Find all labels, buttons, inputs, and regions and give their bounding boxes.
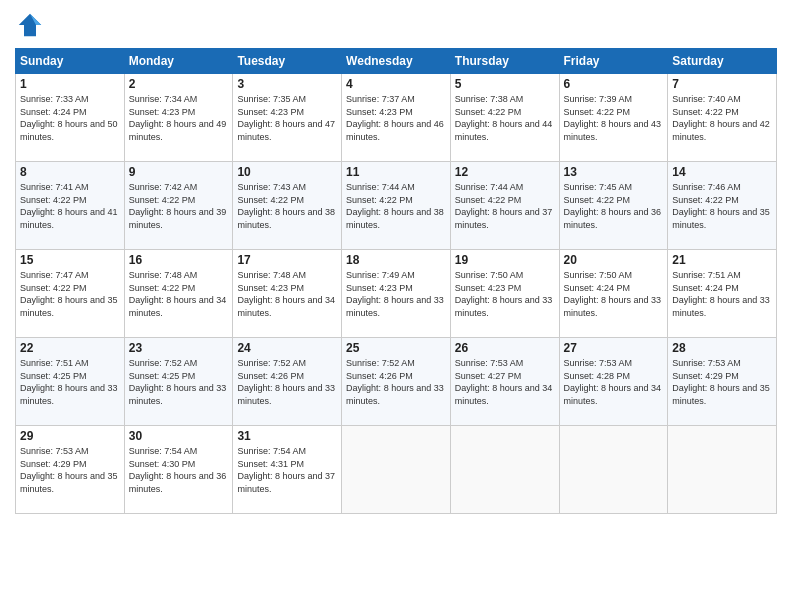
calendar-cell: 14 Sunrise: 7:46 AMSunset: 4:22 PMDaylig…	[668, 162, 777, 250]
calendar-cell: 7 Sunrise: 7:40 AMSunset: 4:22 PMDayligh…	[668, 74, 777, 162]
logo	[15, 10, 49, 40]
day-info: Sunrise: 7:48 AMSunset: 4:23 PMDaylight:…	[237, 270, 335, 318]
calendar-cell: 26 Sunrise: 7:53 AMSunset: 4:27 PMDaylig…	[450, 338, 559, 426]
calendar-cell: 19 Sunrise: 7:50 AMSunset: 4:23 PMDaylig…	[450, 250, 559, 338]
weekday-header-wednesday: Wednesday	[342, 49, 451, 74]
weekday-header-friday: Friday	[559, 49, 668, 74]
day-info: Sunrise: 7:33 AMSunset: 4:24 PMDaylight:…	[20, 94, 118, 142]
day-info: Sunrise: 7:44 AMSunset: 4:22 PMDaylight:…	[346, 182, 444, 230]
day-info: Sunrise: 7:49 AMSunset: 4:23 PMDaylight:…	[346, 270, 444, 318]
day-info: Sunrise: 7:35 AMSunset: 4:23 PMDaylight:…	[237, 94, 335, 142]
day-number: 9	[129, 165, 229, 179]
day-info: Sunrise: 7:50 AMSunset: 4:24 PMDaylight:…	[564, 270, 662, 318]
day-info: Sunrise: 7:50 AMSunset: 4:23 PMDaylight:…	[455, 270, 553, 318]
day-info: Sunrise: 7:52 AMSunset: 4:25 PMDaylight:…	[129, 358, 227, 406]
calendar-cell: 21 Sunrise: 7:51 AMSunset: 4:24 PMDaylig…	[668, 250, 777, 338]
calendar-header-row: SundayMondayTuesdayWednesdayThursdayFrid…	[16, 49, 777, 74]
calendar-cell: 29 Sunrise: 7:53 AMSunset: 4:29 PMDaylig…	[16, 426, 125, 514]
header	[15, 10, 777, 40]
calendar-cell: 5 Sunrise: 7:38 AMSunset: 4:22 PMDayligh…	[450, 74, 559, 162]
day-info: Sunrise: 7:40 AMSunset: 4:22 PMDaylight:…	[672, 94, 770, 142]
day-number: 1	[20, 77, 120, 91]
day-info: Sunrise: 7:47 AMSunset: 4:22 PMDaylight:…	[20, 270, 118, 318]
day-info: Sunrise: 7:54 AMSunset: 4:30 PMDaylight:…	[129, 446, 227, 494]
calendar-cell: 25 Sunrise: 7:52 AMSunset: 4:26 PMDaylig…	[342, 338, 451, 426]
day-number: 12	[455, 165, 555, 179]
logo-icon	[15, 10, 45, 40]
calendar-container: SundayMondayTuesdayWednesdayThursdayFrid…	[0, 0, 792, 612]
day-info: Sunrise: 7:54 AMSunset: 4:31 PMDaylight:…	[237, 446, 335, 494]
day-number: 14	[672, 165, 772, 179]
calendar-cell: 4 Sunrise: 7:37 AMSunset: 4:23 PMDayligh…	[342, 74, 451, 162]
day-number: 8	[20, 165, 120, 179]
day-info: Sunrise: 7:53 AMSunset: 4:28 PMDaylight:…	[564, 358, 662, 406]
calendar-cell: 16 Sunrise: 7:48 AMSunset: 4:22 PMDaylig…	[124, 250, 233, 338]
day-number: 16	[129, 253, 229, 267]
calendar-cell: 28 Sunrise: 7:53 AMSunset: 4:29 PMDaylig…	[668, 338, 777, 426]
calendar-cell	[559, 426, 668, 514]
day-number: 30	[129, 429, 229, 443]
day-info: Sunrise: 7:52 AMSunset: 4:26 PMDaylight:…	[346, 358, 444, 406]
day-number: 3	[237, 77, 337, 91]
day-info: Sunrise: 7:48 AMSunset: 4:22 PMDaylight:…	[129, 270, 227, 318]
day-number: 23	[129, 341, 229, 355]
day-info: Sunrise: 7:53 AMSunset: 4:29 PMDaylight:…	[20, 446, 118, 494]
calendar-week-5: 29 Sunrise: 7:53 AMSunset: 4:29 PMDaylig…	[16, 426, 777, 514]
weekday-header-monday: Monday	[124, 49, 233, 74]
day-number: 29	[20, 429, 120, 443]
calendar-week-2: 8 Sunrise: 7:41 AMSunset: 4:22 PMDayligh…	[16, 162, 777, 250]
weekday-header-thursday: Thursday	[450, 49, 559, 74]
day-info: Sunrise: 7:38 AMSunset: 4:22 PMDaylight:…	[455, 94, 553, 142]
calendar-cell: 1 Sunrise: 7:33 AMSunset: 4:24 PMDayligh…	[16, 74, 125, 162]
day-number: 10	[237, 165, 337, 179]
calendar-cell: 10 Sunrise: 7:43 AMSunset: 4:22 PMDaylig…	[233, 162, 342, 250]
day-info: Sunrise: 7:42 AMSunset: 4:22 PMDaylight:…	[129, 182, 227, 230]
day-number: 27	[564, 341, 664, 355]
day-info: Sunrise: 7:45 AMSunset: 4:22 PMDaylight:…	[564, 182, 662, 230]
calendar-cell: 2 Sunrise: 7:34 AMSunset: 4:23 PMDayligh…	[124, 74, 233, 162]
day-info: Sunrise: 7:53 AMSunset: 4:27 PMDaylight:…	[455, 358, 553, 406]
calendar-cell: 20 Sunrise: 7:50 AMSunset: 4:24 PMDaylig…	[559, 250, 668, 338]
day-number: 31	[237, 429, 337, 443]
weekday-header-tuesday: Tuesday	[233, 49, 342, 74]
day-info: Sunrise: 7:51 AMSunset: 4:24 PMDaylight:…	[672, 270, 770, 318]
calendar-cell: 13 Sunrise: 7:45 AMSunset: 4:22 PMDaylig…	[559, 162, 668, 250]
calendar-cell: 3 Sunrise: 7:35 AMSunset: 4:23 PMDayligh…	[233, 74, 342, 162]
calendar-cell: 22 Sunrise: 7:51 AMSunset: 4:25 PMDaylig…	[16, 338, 125, 426]
day-number: 17	[237, 253, 337, 267]
calendar-week-3: 15 Sunrise: 7:47 AMSunset: 4:22 PMDaylig…	[16, 250, 777, 338]
calendar-week-1: 1 Sunrise: 7:33 AMSunset: 4:24 PMDayligh…	[16, 74, 777, 162]
calendar-cell: 15 Sunrise: 7:47 AMSunset: 4:22 PMDaylig…	[16, 250, 125, 338]
day-info: Sunrise: 7:34 AMSunset: 4:23 PMDaylight:…	[129, 94, 227, 142]
calendar-cell: 27 Sunrise: 7:53 AMSunset: 4:28 PMDaylig…	[559, 338, 668, 426]
day-number: 24	[237, 341, 337, 355]
calendar-table: SundayMondayTuesdayWednesdayThursdayFrid…	[15, 48, 777, 514]
day-number: 6	[564, 77, 664, 91]
day-number: 7	[672, 77, 772, 91]
calendar-cell	[450, 426, 559, 514]
day-info: Sunrise: 7:44 AMSunset: 4:22 PMDaylight:…	[455, 182, 553, 230]
weekday-header-sunday: Sunday	[16, 49, 125, 74]
calendar-cell	[342, 426, 451, 514]
calendar-cell: 11 Sunrise: 7:44 AMSunset: 4:22 PMDaylig…	[342, 162, 451, 250]
day-number: 25	[346, 341, 446, 355]
day-info: Sunrise: 7:53 AMSunset: 4:29 PMDaylight:…	[672, 358, 770, 406]
day-info: Sunrise: 7:52 AMSunset: 4:26 PMDaylight:…	[237, 358, 335, 406]
calendar-cell: 12 Sunrise: 7:44 AMSunset: 4:22 PMDaylig…	[450, 162, 559, 250]
day-info: Sunrise: 7:37 AMSunset: 4:23 PMDaylight:…	[346, 94, 444, 142]
day-number: 18	[346, 253, 446, 267]
day-info: Sunrise: 7:51 AMSunset: 4:25 PMDaylight:…	[20, 358, 118, 406]
day-number: 21	[672, 253, 772, 267]
day-info: Sunrise: 7:43 AMSunset: 4:22 PMDaylight:…	[237, 182, 335, 230]
day-info: Sunrise: 7:46 AMSunset: 4:22 PMDaylight:…	[672, 182, 770, 230]
day-number: 26	[455, 341, 555, 355]
day-number: 20	[564, 253, 664, 267]
day-info: Sunrise: 7:39 AMSunset: 4:22 PMDaylight:…	[564, 94, 662, 142]
day-number: 28	[672, 341, 772, 355]
calendar-cell: 8 Sunrise: 7:41 AMSunset: 4:22 PMDayligh…	[16, 162, 125, 250]
day-number: 19	[455, 253, 555, 267]
day-number: 2	[129, 77, 229, 91]
day-number: 11	[346, 165, 446, 179]
day-number: 4	[346, 77, 446, 91]
calendar-body: 1 Sunrise: 7:33 AMSunset: 4:24 PMDayligh…	[16, 74, 777, 514]
